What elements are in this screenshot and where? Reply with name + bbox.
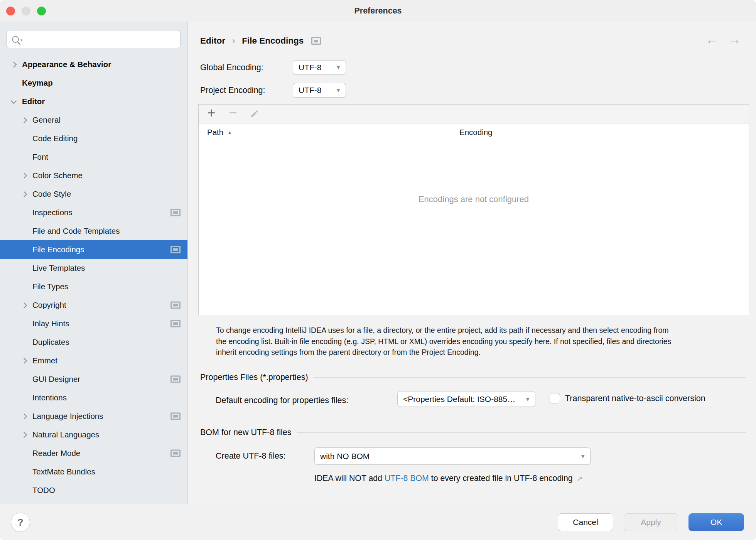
search-icon — [12, 36, 19, 43]
bom-title: BOM for new UTF-8 files — [200, 428, 292, 437]
chevron-down-icon: ▼ — [525, 396, 530, 402]
column-header-encoding[interactable]: Encoding — [453, 123, 749, 141]
sidebar-item-label: Color Scheme — [32, 171, 83, 180]
encoding-column-label: Encoding — [459, 128, 492, 137]
default-properties-encoding-value: <Properties Default: ISO-885… — [403, 395, 515, 404]
cancel-button[interactable]: Cancel — [558, 513, 613, 531]
table-empty-text: Encodings are not configured — [418, 194, 529, 315]
help-button[interactable]: ? — [11, 513, 30, 532]
chevron-right-icon[interactable] — [20, 414, 32, 418]
chevron-down-icon[interactable] — [10, 100, 22, 103]
sidebar-item-label: General — [32, 115, 61, 125]
chevron-right-icon[interactable] — [20, 433, 32, 437]
sidebar-item-color-scheme[interactable]: Color Scheme — [0, 166, 187, 185]
sidebar-item-label: Duplicates — [32, 338, 69, 347]
create-utf8-files-label: Create UTF-8 files: — [216, 447, 286, 465]
sidebar-item-font[interactable]: Font — [0, 148, 187, 166]
forward-arrow-icon[interactable]: → — [728, 31, 741, 48]
section-divider — [297, 432, 746, 433]
search-options-caret-icon[interactable]: ▾ — [20, 38, 23, 43]
sidebar-item-label: Live Templates — [32, 263, 85, 273]
sidebar-item-live-templates[interactable]: Live Templates — [0, 259, 187, 277]
sidebar-item-label: TextMate Bundles — [32, 467, 95, 476]
sidebar-item-file-types[interactable]: File Types — [0, 277, 187, 296]
transparent-conversion-checkbox[interactable] — [550, 393, 560, 403]
editor-settings-icon — [311, 37, 321, 45]
sidebar-item-intentions[interactable]: Intentions — [0, 388, 187, 407]
settings-search-box[interactable]: ▾ — [6, 30, 181, 48]
breadcrumb-separator-icon: › — [231, 36, 236, 46]
sidebar-item-language-injections[interactable]: Language Injections — [0, 407, 187, 425]
sidebar-item-emmet[interactable]: Emmet — [0, 351, 187, 370]
properties-files-section-header: Properties Files (*.properties) — [200, 372, 746, 383]
external-link-arrow-icon: ↗ — [577, 474, 583, 483]
back-arrow-icon[interactable]: ← — [705, 31, 719, 48]
chevron-right-icon[interactable] — [20, 303, 32, 307]
chevron-down-icon: ▼ — [336, 64, 341, 71]
sidebar-item-label: TODO — [32, 486, 55, 495]
bom-note-prefix: IDEA will NOT add — [314, 474, 382, 483]
pencil-icon — [250, 109, 259, 118]
chevron-right-icon[interactable] — [10, 62, 22, 67]
sidebar-item-label: GUI Designer — [32, 375, 80, 384]
search-input[interactable] — [24, 30, 180, 48]
breadcrumb-editor[interactable]: Editor — [200, 36, 225, 46]
sidebar-item-label: Code Style — [32, 189, 71, 199]
sidebar-item-gui-designer[interactable]: GUI Designer — [0, 370, 187, 388]
project-encoding-select[interactable]: UTF-8 ▼ — [293, 83, 346, 98]
create-utf8-files-value: with NO BOM — [320, 452, 370, 461]
title-bar: Preferences — [0, 0, 756, 22]
settings-sidebar: ▾ Appearance & BehaviorKeymapEditorGener… — [0, 22, 188, 504]
chevron-right-icon[interactable] — [20, 174, 32, 178]
utf8-bom-link[interactable]: UTF-8 BOM — [385, 474, 429, 483]
add-path-button[interactable]: + — [206, 107, 217, 119]
column-header-path[interactable]: Path ▲ — [199, 123, 453, 141]
sidebar-item-label: Code Editing — [32, 134, 78, 143]
sidebar-item-appearance-behavior[interactable]: Appearance & Behavior — [0, 55, 187, 74]
bom-note-suffix: to every created file in UTF-8 encoding — [431, 474, 573, 483]
ok-button[interactable]: OK — [688, 513, 744, 531]
sidebar-item-inlay-hints[interactable]: Inlay Hints — [0, 314, 187, 333]
chevron-right-icon[interactable] — [20, 118, 32, 122]
sidebar-item-file-and-code-templates[interactable]: File and Code Templates — [0, 222, 187, 240]
chevron-down-icon: ▼ — [336, 87, 341, 93]
transparent-conversion-label[interactable]: Transparent native-to-ascii conversion — [565, 393, 705, 404]
sidebar-item-textmate-bundles[interactable]: TextMate Bundles — [0, 462, 187, 481]
preferences-window: Preferences ▾ Appearance & BehaviorKeyma… — [0, 0, 756, 540]
chevron-right-icon[interactable] — [20, 359, 32, 363]
sidebar-item-label: Inlay Hints — [32, 319, 69, 328]
chevron-right-icon[interactable] — [20, 192, 32, 196]
editor-settings-icon — [170, 376, 181, 383]
path-column-label: Path — [207, 128, 223, 137]
sidebar-item-general[interactable]: General — [0, 111, 187, 129]
dialog-footer: ? Cancel Apply OK — [0, 504, 756, 540]
create-utf8-files-select[interactable]: with NO BOM ▼ — [314, 447, 591, 465]
sidebar-item-natural-languages[interactable]: Natural Languages — [0, 425, 187, 444]
sidebar-item-duplicates[interactable]: Duplicates — [0, 333, 187, 351]
window-title: Preferences — [0, 0, 756, 22]
settings-tree: Appearance & BehaviorKeymapEditorGeneral… — [0, 55, 187, 500]
sidebar-item-keymap[interactable]: Keymap — [0, 74, 187, 92]
sidebar-item-inspections[interactable]: Inspections — [0, 203, 187, 222]
sidebar-item-label: File Encodings — [32, 245, 84, 254]
sidebar-item-label: Intentions — [32, 393, 67, 402]
sidebar-item-code-style[interactable]: Code Style — [0, 185, 187, 203]
table-toolbar: + − — [199, 105, 749, 123]
table-body[interactable]: Encodings are not configured — [199, 141, 749, 315]
default-properties-encoding-select[interactable]: <Properties Default: ISO-885… ▼ — [397, 391, 535, 407]
sidebar-item-reader-mode[interactable]: Reader Mode — [0, 444, 187, 462]
chevron-down-icon: ▼ — [580, 453, 586, 459]
sidebar-item-label: Keymap — [22, 78, 53, 88]
editor-settings-icon — [170, 302, 181, 309]
file-encodings-pane: Editor › File Encodings ← → Global Encod… — [188, 22, 756, 504]
sidebar-item-editor[interactable]: Editor — [0, 92, 187, 111]
sidebar-item-label: Reader Mode — [32, 449, 80, 458]
sidebar-item-label: Language Injections — [32, 412, 103, 421]
global-encoding-select[interactable]: UTF-8 ▼ — [293, 60, 346, 75]
breadcrumb-file-encodings: File Encodings — [242, 36, 304, 46]
sidebar-item-code-editing[interactable]: Code Editing — [0, 129, 187, 148]
sidebar-item-label: Emmet — [32, 356, 57, 365]
sidebar-item-todo[interactable]: TODO — [0, 481, 187, 500]
sidebar-item-file-encodings[interactable]: File Encodings — [0, 240, 187, 259]
sidebar-item-copyright[interactable]: Copyright — [0, 296, 187, 314]
